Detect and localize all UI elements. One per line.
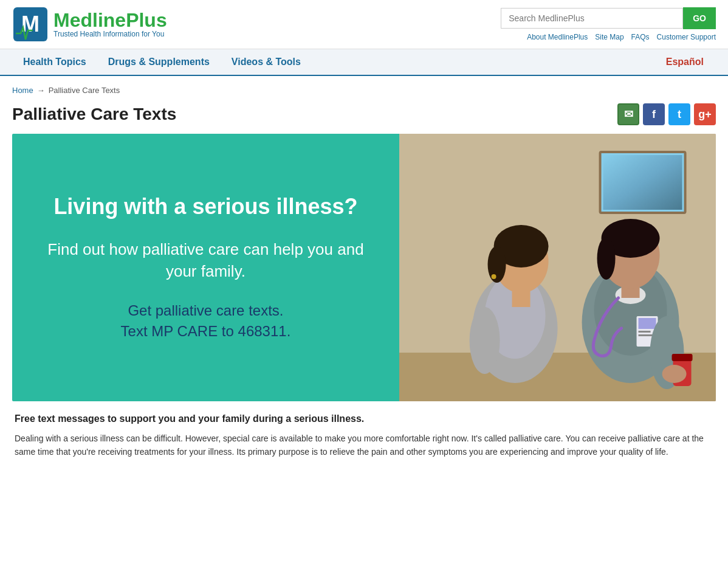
banner-subtext: Find out how palliative care can help yo… [36, 238, 375, 283]
svg-rect-11 [512, 289, 530, 307]
description-section: Free text messages to support you and yo… [12, 413, 716, 459]
about-link[interactable]: About MedlinePlus [527, 33, 588, 41]
header-links: About MedlinePlus Site Map FAQs Customer… [527, 33, 716, 41]
page-title-row: Palliative Care Texts ✉ f t g+ [12, 103, 716, 125]
email-share-button[interactable]: ✉ [617, 103, 639, 125]
description-paragraph: Dealing with a serious illness can be di… [15, 432, 713, 459]
banner-photo-svg [399, 134, 716, 401]
bold-description: Free text messages to support you and yo… [15, 413, 713, 424]
logo-tagline: Trusted Health Information for You [53, 30, 167, 38]
espanol-link[interactable]: Español [654, 49, 716, 75]
svg-rect-21 [638, 318, 656, 329]
nav-left: Health Topics Drugs & Supplements Videos… [12, 49, 312, 75]
logo-area: M MedlinePlus Trusted Health Information… [12, 6, 167, 43]
banner-cta-line1: Get palliative care texts. [121, 300, 291, 321]
breadcrumb-home[interactable]: Home [12, 86, 33, 95]
svg-rect-23 [638, 334, 653, 336]
svg-point-12 [469, 307, 500, 374]
breadcrumb-current: Palliative Care Texts [49, 86, 120, 95]
main-nav: Health Topics Drugs & Supplements Videos… [0, 49, 728, 76]
banner-image: Living with a serious illness? Find out … [12, 134, 716, 401]
support-link[interactable]: Customer Support [657, 33, 716, 41]
page-title: Palliative Care Texts [12, 105, 176, 124]
page-header: M MedlinePlus Trusted Health Information… [0, 0, 728, 49]
twitter-share-button[interactable]: t [668, 103, 690, 125]
nav-videos[interactable]: Videos & Tools [221, 49, 312, 75]
banner-headline: Living with a serious illness? [53, 193, 357, 219]
social-icons: ✉ f t g+ [617, 103, 716, 125]
nav-health-topics[interactable]: Health Topics [12, 49, 97, 75]
banner-cta: Get palliative care texts. Text MP CARE … [121, 300, 291, 341]
search-input[interactable] [501, 8, 683, 29]
logo-medline: Medline [53, 9, 126, 31]
logo-icon: M [12, 6, 49, 43]
search-area: GO About MedlinePlus Site Map FAQs Custo… [501, 7, 716, 41]
search-bar: GO [501, 7, 716, 29]
svg-rect-26 [671, 354, 692, 361]
svg-point-10 [487, 246, 506, 283]
logo-plus: Plus [126, 9, 167, 31]
breadcrumb-arrow: → [37, 86, 45, 95]
svg-rect-22 [638, 331, 650, 333]
nav-drugs[interactable]: Drugs & Supplements [97, 49, 221, 75]
sitemap-link[interactable]: Site Map [595, 33, 623, 41]
svg-point-19 [597, 237, 615, 280]
faqs-link[interactable]: FAQs [631, 33, 650, 41]
banner-right-image [399, 134, 716, 401]
svg-point-28 [491, 274, 496, 279]
logo-text: MedlinePlus Trusted Health Information f… [53, 10, 167, 38]
facebook-share-button[interactable]: f [643, 103, 665, 125]
banner-cta-line2: Text MP CARE to 468311. [121, 321, 291, 342]
logo-name: MedlinePlus [53, 10, 167, 30]
main-content: Home → Palliative Care Texts Palliative … [0, 76, 728, 469]
svg-rect-4 [603, 155, 682, 210]
gplus-share-button[interactable]: g+ [694, 103, 716, 125]
svg-point-27 [662, 365, 686, 383]
breadcrumb: Home → Palliative Care Texts [12, 86, 716, 95]
banner-left: Living with a serious illness? Find out … [12, 134, 399, 401]
search-button[interactable]: GO [683, 7, 716, 29]
